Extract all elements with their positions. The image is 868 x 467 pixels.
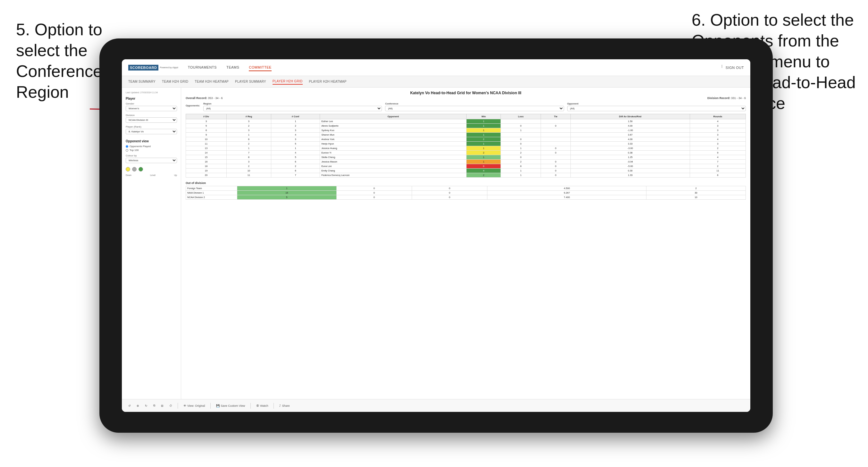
sub-nav-player-summary[interactable]: PLAYER SUMMARY — [235, 79, 266, 84]
opponents-label: Opponents: — [186, 104, 200, 107]
save-icon: 💾 — [216, 404, 220, 407]
sidebar-colour-by-select[interactable]: Win/loss — [126, 158, 177, 163]
table-row: 6 3 3 Sydney Kuo 1 1 -1.00 3 — [186, 128, 746, 133]
cell-reg: 8 — [226, 155, 271, 160]
cell-rounds: 7 — [690, 160, 745, 164]
cell-diff: -5.00 — [571, 164, 690, 168]
sub-nav-team-h2h-grid[interactable]: TEAM H2H GRID — [162, 79, 188, 84]
sidebar-division-label: Division — [126, 114, 177, 117]
cell-win: 1 — [467, 124, 501, 128]
col-header-div: # Div — [186, 114, 227, 119]
toolbar-save-custom[interactable]: 💾 Save Custom View — [215, 404, 247, 408]
nav-items: TOURNAMENTS TEAMS COMMITTEE — [188, 64, 722, 71]
data-table: # Div # Reg # Conf Opponent Win Loss Tie… — [186, 114, 746, 178]
cell-opponent: Euna Lee — [320, 164, 467, 168]
sub-nav: TEAM SUMMARY TEAM H2H GRID TEAM H2H HEAT… — [122, 76, 750, 88]
cell-rounds: 2 — [690, 164, 745, 168]
toolbar-paste[interactable]: ⊞ — [159, 404, 165, 408]
cell-win: 1 — [467, 142, 501, 146]
table-row: 10 6 3 Andrea York 2 0 4.00 4 — [186, 137, 746, 142]
col-header-rounds: Rounds — [690, 114, 745, 119]
cell-conf: 4 — [271, 151, 320, 155]
toolbar-clock[interactable]: ⏱ — [168, 404, 174, 408]
cell-conf: 1 — [271, 146, 320, 151]
sub-nav-player-h2h-grid[interactable]: PLAYER H2H GRID — [273, 79, 303, 85]
cell-loss: 1 — [501, 168, 541, 173]
col-header-opponent: Opponent — [320, 114, 467, 119]
cell-loss — [501, 119, 541, 124]
sub-nav-player-h2h-heatmap[interactable]: PLAYER H2H HEATMAP — [309, 79, 347, 84]
cell-loss: 8 — [501, 164, 541, 168]
cell-loss — [501, 133, 541, 137]
radio-top100[interactable]: Top 100 — [126, 149, 177, 152]
sidebar-division-select[interactable]: NCAA Division III — [126, 117, 177, 123]
cell-div: 11 — [186, 142, 227, 146]
table-row: 19 10 6 Emily Chang 4 1 0 0.30 11 — [186, 168, 746, 173]
cell-tie — [541, 142, 571, 146]
sidebar-last-updated: Last Updated: 27/03/2024 11:34 — [126, 91, 177, 94]
cell-opponent: Eunice Yi — [320, 151, 467, 155]
sidebar-player-rank-select[interactable]: 8. Katelyn Vo — [126, 129, 177, 134]
cell-tie — [541, 137, 571, 142]
cell-opponent: Emily Chang — [320, 168, 467, 173]
view-original-label: View: Original — [187, 404, 205, 407]
sign-out-link[interactable]: Sign out — [725, 64, 744, 71]
cell-rounds: 4 — [690, 119, 745, 124]
cell-rounds: 9 — [690, 151, 745, 155]
cell-div: 10 — [186, 137, 227, 142]
cell-reg: 6 — [226, 137, 271, 142]
nav-item-tournaments[interactable]: TOURNAMENTS — [188, 64, 217, 71]
col-header-conf: # Conf — [271, 114, 320, 119]
filter-opponent-select[interactable]: (All) — [567, 106, 746, 111]
radio-opponents-played[interactable]: Opponents Played — [126, 145, 177, 148]
toolbar-copy[interactable]: ⧉ — [152, 403, 157, 408]
nav-item-teams[interactable]: TEAMS — [226, 64, 239, 71]
view-icon: 👁 — [183, 404, 186, 407]
cell-tie: 0 — [541, 124, 571, 128]
cell-opponent: Jessica Huang — [320, 146, 467, 151]
col-header-tie: Tie — [541, 114, 571, 119]
logo-text: SCOREBOARD — [130, 66, 157, 69]
cell-diff: 4.00 — [571, 124, 690, 128]
cell-rounds: 3 — [690, 142, 745, 146]
toolbar-watch[interactable]: ⦿ Watch — [255, 404, 270, 408]
table-area: Katelyn Vo Head-to-Head Grid for Women's… — [181, 88, 750, 399]
bottom-toolbar: ↺ ⊕ ↻ ⧉ ⊞ ⏱ 👁 View: Original 💾 Save Cust… — [122, 399, 750, 412]
table-title: Katelyn Vo Head-to-Head Grid for Women's… — [186, 91, 746, 95]
filter-conference-select[interactable]: (All) — [385, 106, 564, 111]
col-header-reg: # Reg — [226, 114, 271, 119]
cell-rounds: 4 — [690, 137, 745, 142]
ood-cell-win: 5 — [237, 195, 337, 200]
sub-nav-team-summary[interactable]: TEAM SUMMARY — [128, 79, 156, 84]
filter-region-select[interactable]: (All) — [203, 106, 382, 111]
toolbar-btn2[interactable]: ⊕ — [135, 404, 141, 408]
colour-down-label: Down — [126, 174, 131, 176]
cell-rounds: 11 — [690, 168, 745, 173]
cell-diff: 1.50 — [571, 119, 690, 124]
cell-win: 1 — [467, 155, 501, 160]
toolbar-redo[interactable]: ↻ — [143, 404, 149, 408]
toolbar-share[interactable]: ⤴ Share — [278, 404, 291, 408]
cell-loss: 0 — [501, 142, 541, 146]
cell-loss: 1 — [501, 173, 541, 178]
opponents-row: Opponents: — [186, 104, 200, 107]
cell-conf: 2 — [271, 124, 320, 128]
filter-region-label: Region — [203, 102, 382, 105]
table-row: 11 2 5 Heejo Hyun 1 0 3.33 3 — [186, 142, 746, 146]
nav-item-committee[interactable]: COMMITTEE — [249, 64, 272, 71]
colour-circles — [126, 167, 177, 172]
sidebar-gender-select[interactable]: Women's — [126, 106, 177, 111]
ood-table-row: NAIA Division 1 15 0 0 9.267 30 — [186, 191, 746, 195]
sub-nav-team-h2h-heatmap[interactable]: TEAM H2H HEATMAP — [195, 79, 228, 84]
watch-icon: ⦿ — [256, 404, 259, 407]
cell-win: 1 — [467, 160, 501, 164]
cell-conf: 2 — [271, 164, 320, 168]
cell-tie — [541, 133, 571, 137]
cell-tie: 0 — [541, 146, 571, 151]
nav-pipe: | — [721, 64, 722, 71]
toolbar-undo[interactable]: ↺ — [127, 404, 132, 408]
toolbar-view-original[interactable]: 👁 View: Original — [182, 404, 207, 408]
cell-diff: 3.67 — [571, 133, 690, 137]
col-header-win: Win — [467, 114, 501, 119]
nav-right: | Sign out — [721, 64, 744, 71]
